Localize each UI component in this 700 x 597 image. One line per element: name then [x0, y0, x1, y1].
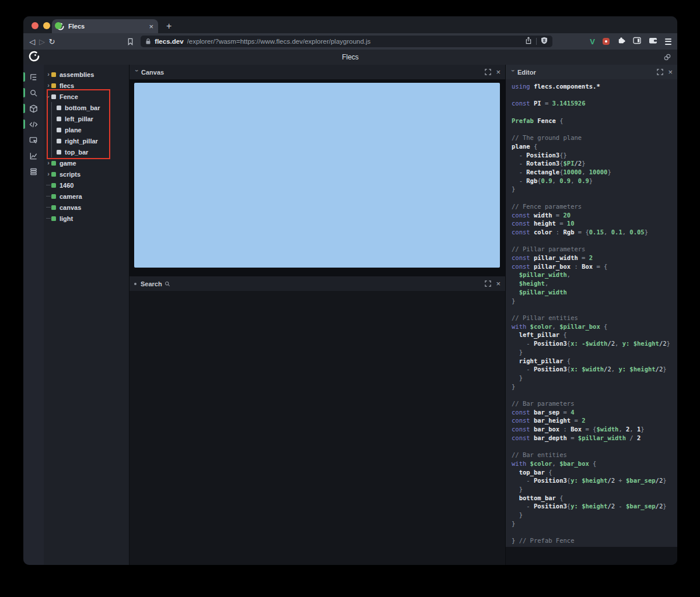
entity-color-square	[51, 72, 56, 77]
url-bar[interactable]: flecs.dev /explorer/?wasm=https://www.fl…	[141, 36, 552, 47]
commands-icon	[29, 167, 38, 176]
inspector-icon	[29, 136, 38, 145]
code-icon	[29, 120, 38, 129]
tree-item-right_pillar[interactable]: right_pillar	[44, 135, 129, 146]
chevron-down-icon[interactable]: ›	[45, 94, 52, 100]
divider	[536, 38, 537, 45]
back-button[interactable]: ◁	[29, 37, 36, 46]
chevron-right-icon[interactable]: ›	[46, 170, 51, 177]
tree-connector	[46, 207, 51, 208]
rail-script-editor-button[interactable]	[23, 117, 44, 132]
entity-color-square	[57, 128, 61, 132]
tab-title: Flecs	[68, 23, 145, 30]
vue-devtools-icon[interactable]: V	[590, 37, 595, 46]
tree-item-label: top_bar	[65, 149, 88, 156]
tree-item-camera[interactable]: camera	[44, 191, 129, 202]
forward-button[interactable]: ▷	[39, 37, 46, 46]
minimize-window-button[interactable]	[43, 22, 50, 29]
entity-color-square	[57, 106, 61, 110]
url-host: flecs.dev	[155, 38, 183, 45]
tree-item-label: bottom_bar	[65, 104, 100, 111]
tab-close-icon[interactable]: ×	[149, 22, 153, 31]
chevron-right-icon[interactable]: ›	[46, 71, 51, 78]
panel-dot-icon[interactable]	[134, 283, 136, 285]
tree-item-bottom_bar[interactable]: bottom_bar	[44, 102, 129, 113]
tree-item-label: assemblies	[60, 71, 94, 78]
editor-panel-header: › Editor ×	[506, 65, 677, 79]
reload-button[interactable]: ↻	[48, 37, 55, 46]
tree-connector	[46, 196, 51, 196]
rail-inspector-button[interactable]	[23, 132, 44, 148]
search-results-area[interactable]	[130, 291, 505, 565]
tree-item-label: left_pillar	[65, 115, 93, 122]
tab-strip: Flecs × +	[23, 16, 677, 33]
stats-chart-icon	[29, 152, 38, 160]
link-icon[interactable]	[663, 53, 671, 64]
tree-item-game[interactable]: ›game	[44, 157, 129, 168]
chevron-right-icon[interactable]: ›	[46, 82, 51, 89]
editor-column: › Editor × using flecs.components.* cons…	[505, 65, 677, 565]
page-title: Flecs	[23, 53, 677, 61]
tree-item-canvas[interactable]: canvas	[44, 202, 129, 213]
entity-color-square	[57, 117, 61, 121]
tree-item-label: 1460	[60, 182, 74, 189]
entity-color-square	[51, 161, 56, 166]
expand-panel-icon[interactable]	[485, 279, 491, 289]
tree-item-label: plane	[65, 127, 82, 134]
expand-panel-icon[interactable]	[485, 67, 491, 78]
tree-connector	[51, 102, 52, 113]
browser-window: Flecs × + ◁ ▷ ↻ flecs.dev /explorer/?was…	[23, 16, 677, 565]
share-icon[interactable]	[525, 36, 532, 47]
rail-scene-canvas-button[interactable]	[23, 101, 44, 116]
menu-icon[interactable]	[665, 38, 671, 45]
entity-color-square	[51, 194, 56, 199]
app-content: ›assemblies›flecs›Fencebottom_barleft_pi…	[23, 65, 677, 565]
close-window-button[interactable]	[32, 22, 38, 29]
rail-search-button[interactable]	[23, 85, 44, 100]
code-editor[interactable]: using flecs.components.* const PI = 3.14…	[506, 79, 677, 547]
collapse-chevron-icon[interactable]: ›	[134, 70, 140, 75]
chevron-right-icon[interactable]: ›	[46, 159, 51, 166]
sidebar-icon[interactable]	[633, 36, 641, 47]
window-controls	[32, 22, 62, 29]
tree-item-left_pillar[interactable]: left_pillar	[44, 113, 129, 124]
tree-connector	[51, 113, 52, 124]
app-header: Flecs	[23, 50, 677, 65]
browser-tab-flecs[interactable]: Flecs ×	[52, 19, 158, 33]
tree-item-Fence[interactable]: ›Fence	[44, 91, 129, 102]
close-panel-icon[interactable]: ×	[496, 68, 501, 76]
tree-item-scripts[interactable]: ›scripts	[44, 168, 129, 180]
extension-area: V	[590, 36, 671, 47]
scene-viewport[interactable]	[134, 83, 500, 268]
extension-red-icon[interactable]	[603, 38, 610, 45]
tree-item-label: canvas	[60, 204, 81, 211]
entity-tree-icon	[29, 73, 38, 82]
tree-item-assemblies[interactable]: ›assemblies	[44, 69, 129, 80]
wallet-icon[interactable]	[649, 36, 657, 47]
entity-color-square	[51, 216, 56, 221]
tree-item-light[interactable]: light	[44, 213, 129, 224]
new-tab-button[interactable]: +	[166, 21, 172, 31]
tree-item-flecs[interactable]: ›flecs	[44, 80, 129, 91]
panel-rail	[23, 65, 44, 565]
rail-entity-tree-button[interactable]	[23, 69, 44, 85]
close-panel-icon[interactable]: ×	[668, 68, 673, 76]
zoom-window-button[interactable]	[55, 22, 62, 29]
tree-item-label: scripts	[60, 171, 80, 178]
entity-color-square	[57, 139, 61, 143]
expand-panel-icon[interactable]	[657, 67, 663, 78]
tree-item-1460[interactable]: 1460	[44, 180, 129, 191]
tree-item-label: game	[60, 160, 76, 167]
close-panel-icon[interactable]: ×	[496, 280, 501, 287]
brave-shield-icon[interactable]	[541, 36, 548, 47]
collapse-chevron-icon[interactable]: ›	[510, 70, 516, 75]
rail-stats-button[interactable]	[23, 148, 44, 163]
tree-item-plane[interactable]: plane	[44, 124, 129, 135]
tree-item-label: camera	[60, 193, 82, 200]
search-icon	[29, 89, 38, 97]
rail-commands-button[interactable]	[23, 164, 44, 179]
bookmark-icon[interactable]	[127, 38, 134, 45]
extensions-puzzle-icon[interactable]	[617, 36, 625, 47]
tree-item-label: flecs	[60, 82, 74, 89]
tree-item-top_bar[interactable]: top_bar	[44, 146, 129, 157]
